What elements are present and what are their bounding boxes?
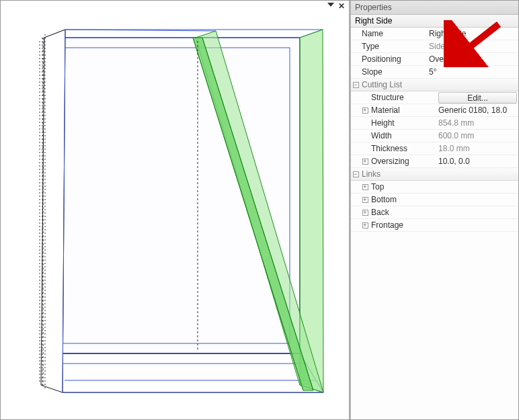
svg-marker-9 — [41, 30, 65, 392]
collapse-icon[interactable]: − — [353, 82, 359, 88]
label: Slope — [360, 67, 428, 77]
selection-name[interactable]: Right Side — [351, 15, 518, 28]
value: 854.8 mm — [437, 118, 518, 128]
label: Width — [370, 131, 437, 140]
value: Side — [428, 42, 518, 51]
group-cutting-list[interactable]: − Cutting List — [351, 79, 518, 91]
label: Back — [370, 208, 437, 217]
prop-row-link-back[interactable]: + Back — [351, 206, 518, 219]
value[interactable]: 10.0, 0.0 — [437, 157, 518, 166]
label: Oversizing — [370, 157, 437, 166]
cabinet-model[interactable] — [1, 1, 349, 419]
value[interactable]: 5° — [428, 67, 518, 77]
properties-title: Properties — [351, 1, 518, 15]
value[interactable]: Overall — [428, 54, 518, 64]
label: Frontage — [370, 220, 437, 230]
label: Top — [370, 182, 437, 192]
expand-icon[interactable]: + — [362, 197, 368, 203]
prop-row-type[interactable]: Type Side — [351, 40, 518, 53]
expand-icon[interactable]: + — [362, 108, 368, 114]
prop-row-oversizing[interactable]: + Oversizing 10.0, 0.0 — [351, 155, 518, 168]
prop-row-structure[interactable]: Structure Edit... — [351, 91, 518, 104]
group-label: Links — [360, 169, 428, 179]
prop-row-width[interactable]: Width 600.0 mm — [351, 130, 518, 142]
value: 600.0 mm — [437, 131, 518, 140]
expand-icon[interactable]: + — [362, 210, 368, 216]
expand-icon[interactable]: + — [362, 184, 368, 190]
prop-row-positioning[interactable]: Positioning Overall — [351, 53, 518, 66]
prop-row-material[interactable]: + Material Generic 0180, 18.0 — [351, 104, 518, 117]
prop-row-link-bottom[interactable]: + Bottom — [351, 194, 518, 206]
label: Positioning — [360, 54, 428, 64]
label: Type — [360, 42, 428, 51]
value[interactable]: Generic 0180, 18.0 — [437, 106, 518, 115]
viewport-close-icon[interactable]: ✕ — [337, 2, 346, 10]
properties-panel: Properties Right Side Name Right Side Ty… — [350, 1, 518, 419]
svg-marker-4 — [44, 353, 323, 392]
value[interactable]: Right Side — [428, 29, 518, 38]
svg-marker-0 — [327, 3, 334, 7]
prop-row-height[interactable]: Height 854.8 mm — [351, 117, 518, 130]
prop-row-name[interactable]: Name Right Side — [351, 28, 518, 40]
group-label: Cutting List — [360, 80, 428, 89]
label: Structure — [370, 93, 437, 102]
label: Bottom — [370, 195, 437, 204]
expand-icon[interactable]: + — [362, 159, 368, 165]
expand-icon[interactable]: + — [362, 222, 368, 228]
collapse-icon[interactable]: − — [353, 171, 359, 177]
viewport-3d[interactable]: ✕ — [1, 1, 350, 419]
value: 18.0 mm — [437, 144, 518, 153]
label: Material — [370, 106, 437, 115]
prop-row-slope[interactable]: Slope 5° — [351, 66, 518, 79]
edit-structure-button[interactable]: Edit... — [438, 92, 517, 103]
label: Name — [360, 29, 428, 38]
label: Thickness — [370, 144, 437, 153]
label: Height — [370, 118, 437, 128]
viewport-menu-dropdown[interactable] — [327, 2, 334, 10]
prop-row-link-top[interactable]: + Top — [351, 181, 518, 194]
prop-row-link-frontage[interactable]: + Frontage — [351, 219, 518, 232]
prop-row-thickness[interactable]: Thickness 18.0 mm — [351, 142, 518, 155]
group-links[interactable]: − Links — [351, 168, 518, 181]
